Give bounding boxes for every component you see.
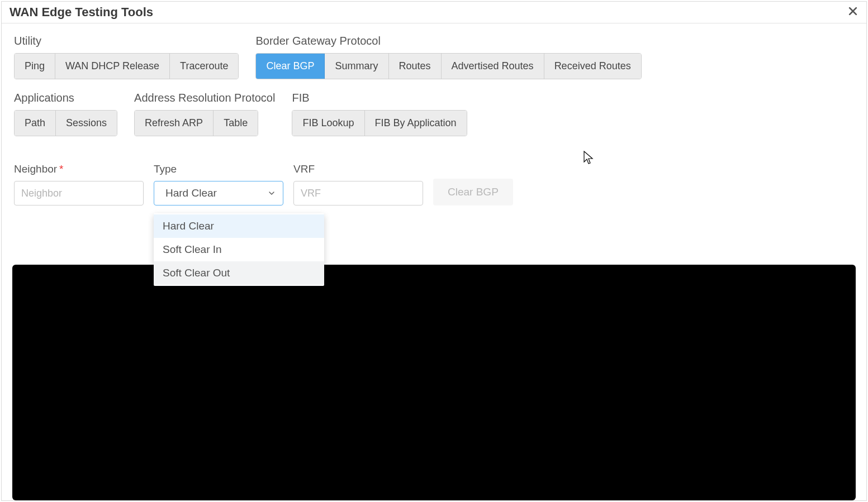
select-type-value: Hard Clear xyxy=(165,187,217,199)
label-neighbor: Neighbor* xyxy=(14,163,144,175)
btn-path[interactable]: Path xyxy=(15,111,56,136)
btn-group-fib: FIB Lookup FIB By Application xyxy=(292,110,467,136)
group-row-1: Utility Ping WAN DHCP Release Traceroute… xyxy=(14,35,854,79)
group-arp: Address Resolution Protocol Refresh ARP … xyxy=(134,92,275,136)
btn-group-applications: Path Sessions xyxy=(14,110,117,136)
output-terminal[interactable] xyxy=(12,265,856,500)
btn-fib-lookup[interactable]: FIB Lookup xyxy=(292,111,364,136)
btn-traceroute[interactable]: Traceroute xyxy=(170,54,238,79)
group-label-utility: Utility xyxy=(14,35,239,47)
dialog-body: Utility Ping WAN DHCP Release Traceroute… xyxy=(2,23,866,500)
btn-advertised-routes[interactable]: Advertised Routes xyxy=(442,54,544,79)
group-label-applications: Applications xyxy=(14,92,117,104)
input-neighbor[interactable] xyxy=(14,181,144,205)
chevron-down-icon xyxy=(267,189,276,198)
btn-table[interactable]: Table xyxy=(214,111,258,136)
dropdown-type: Hard Clear Soft Clear In Soft Clear Out xyxy=(154,213,324,286)
btn-received-routes[interactable]: Received Routes xyxy=(544,54,641,79)
btn-fib-by-application[interactable]: FIB By Application xyxy=(365,111,467,136)
btn-group-arp: Refresh ARP Table xyxy=(134,110,258,136)
btn-wan-dhcp-release[interactable]: WAN DHCP Release xyxy=(55,54,170,79)
btn-routes[interactable]: Routes xyxy=(389,54,442,79)
select-type-trigger[interactable]: Hard Clear xyxy=(154,181,283,205)
dropdown-option-hard-clear[interactable]: Hard Clear xyxy=(154,214,324,238)
group-applications: Applications Path Sessions xyxy=(14,92,117,136)
dropdown-option-soft-clear-in[interactable]: Soft Clear In xyxy=(154,238,324,261)
label-vrf: VRF xyxy=(293,163,423,175)
btn-refresh-arp[interactable]: Refresh ARP xyxy=(135,111,214,136)
testing-tools-dialog: WAN Edge Testing Tools Utility Ping WAN … xyxy=(1,1,867,501)
btn-summary[interactable]: Summary xyxy=(325,54,388,79)
label-type: Type xyxy=(154,163,283,175)
field-neighbor: Neighbor* xyxy=(14,163,144,205)
select-type: Hard Clear Hard Clear Soft Clear In Soft… xyxy=(154,181,283,205)
group-label-arp: Address Resolution Protocol xyxy=(134,92,275,104)
dropdown-option-soft-clear-out[interactable]: Soft Clear Out xyxy=(154,261,324,285)
group-label-bgp: Border Gateway Protocol xyxy=(255,35,641,47)
btn-sessions[interactable]: Sessions xyxy=(56,111,117,136)
group-label-fib: FIB xyxy=(292,92,467,104)
input-vrf[interactable] xyxy=(293,181,423,205)
field-vrf: VRF xyxy=(293,163,423,205)
group-bgp: Border Gateway Protocol Clear BGP Summar… xyxy=(255,35,641,79)
form-row: Neighbor* Type Hard Clear Hard Clear Sof… xyxy=(14,163,854,205)
btn-group-utility: Ping WAN DHCP Release Traceroute xyxy=(14,53,239,79)
dialog-header: WAN Edge Testing Tools xyxy=(2,2,866,23)
btn-group-bgp: Clear BGP Summary Routes Advertised Rout… xyxy=(255,53,641,79)
dialog-title: WAN Edge Testing Tools xyxy=(10,5,153,20)
close-icon[interactable] xyxy=(847,6,861,19)
group-row-2: Applications Path Sessions Address Resol… xyxy=(14,92,854,136)
btn-ping[interactable]: Ping xyxy=(15,54,55,79)
action-clear-bgp[interactable]: Clear BGP xyxy=(433,179,513,205)
field-type: Type Hard Clear Hard Clear Soft Clear In… xyxy=(154,163,283,205)
group-utility: Utility Ping WAN DHCP Release Traceroute xyxy=(14,35,239,79)
btn-clear-bgp[interactable]: Clear BGP xyxy=(256,54,325,79)
group-fib: FIB FIB Lookup FIB By Application xyxy=(292,92,467,136)
